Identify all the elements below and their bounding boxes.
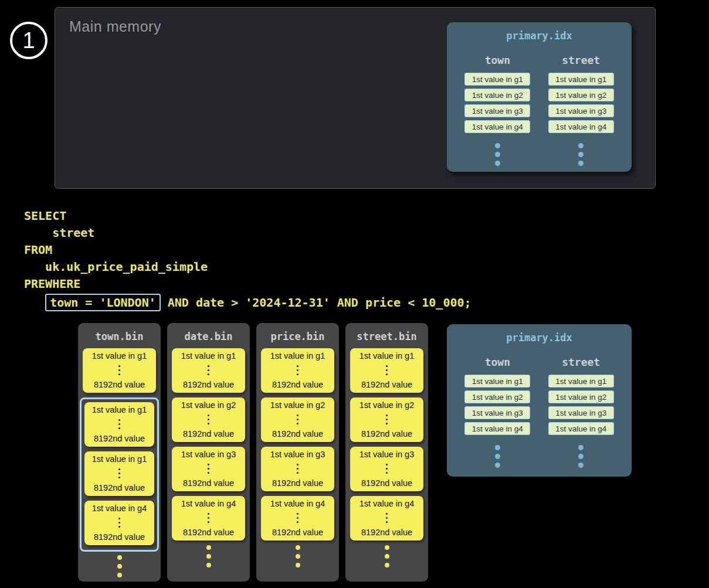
granule: 1st value in g3 8192nd value: [261, 447, 334, 491]
primary-idx-column-town: town 1st value in g1 1st value in g2 1st…: [464, 42, 530, 166]
granule-last-value: 8192nd value: [361, 380, 412, 389]
index-entry: 1st value in g4: [464, 422, 530, 435]
granule-first-value: 1st value in g1: [92, 405, 147, 414]
sql-line: street: [24, 225, 471, 242]
granule: 1st value in g2 8192nd value: [261, 397, 334, 442]
selected-granules-highlight: 1st value in g1 8192nd value 1st value i…: [80, 397, 159, 552]
granule: 1st value in g4 8192nd value: [261, 496, 334, 541]
granule: 1st value in g1 8192nd value: [83, 348, 156, 393]
primary-idx-column-town: town 1st value in g1 1st value in g2 1st…: [464, 344, 530, 468]
sql-line: uk.uk_price_paid_simple: [24, 259, 471, 276]
index-entry: 1st value in g2: [548, 390, 614, 403]
sql-line: FROM: [24, 242, 471, 259]
bin-title: street.bin: [345, 323, 428, 348]
ellipsis-dots: [167, 545, 250, 567]
sql-line: PREWHERE: [24, 276, 471, 293]
index-entry: 1st value in g3: [464, 406, 530, 419]
ellipsis-dots: [345, 545, 428, 567]
granule-last-value: 8192nd value: [183, 478, 234, 488]
index-entry: 1st value in g3: [548, 104, 614, 117]
ellipsis-dots: [297, 365, 298, 375]
granule-first-value: 1st value in g2: [270, 400, 325, 410]
primary-idx-column-street: street 1st value in g1 1st value in g2 1…: [548, 42, 614, 166]
index-entry: 1st value in g3: [464, 104, 530, 117]
index-entry: 1st value in g1: [464, 375, 530, 388]
granule-last-value: 8192nd value: [272, 528, 323, 537]
bin-panel-town: town.bin 1st value in g1 8192nd value 1s…: [78, 323, 161, 582]
ellipsis-dots: [118, 468, 120, 478]
prewhere-predicate-highlight: town = 'LONDON': [45, 294, 161, 311]
primary-idx-panel-disk: primary.idx town 1st value in g1 1st val…: [447, 324, 632, 477]
index-entry: 1st value in g4: [548, 120, 614, 133]
granule-first-value: 1st value in g1: [270, 351, 325, 361]
index-entry: 1st value in g3: [548, 406, 614, 419]
index-entry: 1st value in g1: [464, 73, 530, 86]
diagram-stage: 1 Main memory primary.idx town 1st value…: [0, 0, 709, 588]
ellipsis-dots: [208, 414, 209, 424]
primary-idx-column-street: street 1st value in g1 1st value in g2 1…: [548, 344, 614, 468]
granule-first-value: 1st value in g4: [270, 499, 325, 508]
ellipsis-dots: [208, 464, 209, 474]
ellipsis-dots: [118, 419, 120, 429]
primary-idx-title: primary.idx: [447, 30, 632, 42]
granule: 1st value in g1 8192nd value: [84, 402, 154, 447]
granule-last-value: 8192nd value: [361, 478, 412, 488]
granule-first-value: 1st value in g4: [181, 499, 236, 508]
ellipsis-dots: [386, 513, 388, 523]
granule-last-value: 8192nd value: [272, 478, 323, 488]
granule-last-value: 8192nd value: [183, 380, 234, 389]
granule-last-value: 8192nd value: [272, 429, 323, 439]
granule-first-value: 1st value in g1: [359, 351, 415, 361]
ellipsis-dots: [297, 464, 298, 474]
granule-first-value: 1st value in g1: [92, 351, 147, 361]
granule-last-value: 8192nd value: [94, 483, 145, 492]
sql-line: SELECT: [24, 208, 471, 225]
column-header: street: [562, 54, 600, 66]
index-entry: 1st value in g1: [548, 375, 614, 388]
bin-panel-price: price.bin 1st value in g1 8192nd value 1…: [256, 323, 339, 582]
column-header: street: [562, 356, 600, 368]
ellipsis-dots: [578, 143, 584, 166]
granule-last-value: 8192nd value: [94, 380, 145, 389]
granule: 1st value in g2 8192nd value: [172, 397, 245, 442]
sql-rest: AND date > '2024-12-31' AND price < 10_0…: [161, 295, 471, 310]
sql-indent: [24, 295, 45, 310]
granule: 1st value in g2 8192nd value: [350, 397, 423, 442]
ellipsis-dots: [118, 518, 120, 528]
granule-first-value: 1st value in g3: [181, 450, 236, 459]
ellipsis-dots: [118, 365, 120, 375]
ellipsis-dots: [78, 555, 161, 577]
granule-first-value: 1st value in g4: [359, 499, 415, 508]
granule-first-value: 1st value in g1: [181, 351, 236, 361]
ellipsis-dots: [256, 545, 339, 567]
column-header: town: [485, 54, 510, 66]
index-entry: 1st value in g2: [548, 89, 614, 101]
ellipsis-dots: [208, 365, 209, 375]
granule-first-value: 1st value in g4: [92, 504, 147, 513]
bin-panel-date: date.bin 1st value in g1 8192nd value 1s…: [167, 323, 250, 582]
ellipsis-dots: [386, 464, 388, 474]
granule: 1st value in g1 8192nd value: [84, 451, 154, 496]
sql-query: SELECT street FROM uk.uk_price_paid_simp…: [24, 208, 471, 312]
granule-first-value: 1st value in g1: [92, 454, 147, 464]
ellipsis-dots: [495, 445, 500, 468]
index-entry: 1st value in g1: [548, 73, 614, 86]
granule-last-value: 8192nd value: [183, 429, 234, 439]
step-number-badge: 1: [10, 22, 48, 59]
index-entry: 1st value in g4: [464, 120, 530, 133]
ellipsis-dots: [208, 513, 209, 523]
granule: 1st value in g1 8192nd value: [350, 348, 423, 393]
granule-last-value: 8192nd value: [94, 434, 145, 443]
granule: 1st value in g4 8192nd value: [350, 496, 423, 541]
granule-first-value: 1st value in g2: [181, 400, 236, 410]
bin-title: town.bin: [78, 323, 161, 348]
granule: 1st value in g4 8192nd value: [84, 501, 154, 545]
granule: 1st value in g3 8192nd value: [350, 447, 423, 491]
index-entry: 1st value in g4: [548, 422, 614, 435]
bin-panel-street: street.bin 1st value in g1 8192nd value …: [345, 323, 428, 582]
granule: 1st value in g1 8192nd value: [172, 348, 245, 393]
granule-last-value: 8192nd value: [94, 532, 145, 542]
main-memory-title: Main memory: [69, 18, 161, 35]
index-entry: 1st value in g2: [464, 89, 530, 101]
ellipsis-dots: [386, 414, 388, 424]
